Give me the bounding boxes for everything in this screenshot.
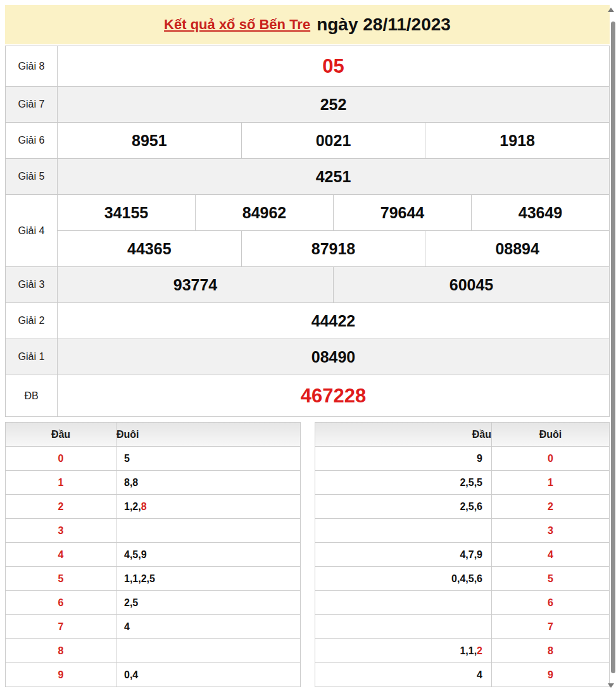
duoi-values [116, 639, 301, 663]
stats-table-dau: Đầu Đuôi 05 18,8 21,2,8 3 44,5,9 51,1,2,… [5, 422, 301, 687]
prize-number: 467228 [58, 375, 609, 416]
stats-row: 62,5 [6, 591, 301, 615]
dau-values [315, 591, 492, 615]
prize-label: Giải 5 [6, 159, 58, 194]
prize-label: Giải 7 [6, 87, 58, 122]
prize-number: 44422 [58, 303, 609, 339]
stats-row: 49 [315, 663, 610, 687]
duoi-values-plain: 4 [124, 621, 130, 632]
scroll-up-arrow-icon[interactable] [608, 8, 614, 12]
stats-row: 1,1,28 [315, 639, 610, 663]
stats-row: 2,5,62 [315, 495, 610, 519]
duoi-values-red: 8 [141, 501, 147, 512]
dau-digit: 4 [6, 543, 116, 567]
duoi-values-plain: 1,1,2,5 [124, 573, 155, 584]
duoi-values: 1,1,2,5 [116, 567, 301, 591]
scrollbar-thumb[interactable] [611, 22, 615, 673]
duoi-values: 2,5 [116, 591, 301, 615]
prize-label: ĐB [6, 375, 58, 416]
dau-digit: 7 [6, 615, 116, 639]
duoi-digit: 4 [492, 543, 610, 567]
duoi-values-plain: 5 [124, 453, 130, 464]
prize-number: 4251 [58, 159, 609, 194]
duoi-digit: 0 [492, 447, 610, 471]
dau-digit: 5 [6, 567, 116, 591]
stats-row: 0,4,5,65 [315, 567, 610, 591]
prize-number: 8951 [58, 123, 241, 158]
stats-row: 7 [315, 615, 610, 639]
duoi-header: Đuôi [116, 423, 301, 447]
stats-row: 18,8 [6, 471, 301, 495]
stats-row: 4,7,94 [315, 543, 610, 567]
duoi-header: Đuôi [492, 423, 610, 447]
prize-number: 1918 [425, 123, 609, 158]
dau-values-plain: 0,4,5,6 [451, 573, 482, 584]
dau-values-plain: 1,1, [460, 645, 477, 656]
dau-header: Đầu [6, 423, 116, 447]
prize-label: Giải 1 [6, 339, 58, 375]
prize-number: 84962 [195, 195, 333, 230]
duoi-values [116, 519, 301, 543]
duoi-values-plain: 2,5 [124, 597, 138, 608]
duoi-values-plain: 1,2, [124, 501, 141, 512]
page-header: Kết quả xổ số Bến Tre ngày 28/11/2023 [5, 5, 610, 46]
duoi-values-plain: 0,4 [124, 669, 138, 680]
stats-row: 44,5,9 [6, 543, 301, 567]
duoi-digit: 3 [492, 519, 610, 543]
stats-row: 2,5,51 [315, 471, 610, 495]
duoi-values-plain: 8,8 [124, 477, 138, 488]
prize-label: Giải 6 [6, 123, 58, 158]
prize-row-giai-7: Giải 7 252 [6, 86, 609, 122]
prize-number: 05 [58, 46, 609, 86]
duoi-digit: 6 [492, 591, 610, 615]
prize-number: 08894 [425, 231, 609, 266]
results-table: Giải 8 05 Giải 7 252 Giải 6 8951 0021 19… [5, 46, 610, 417]
prize-row-giai-8: Giải 8 05 [6, 46, 609, 86]
dau-digit: 0 [6, 447, 116, 471]
title-link[interactable]: Kết quả xổ số Bến Tre [164, 16, 310, 33]
stats-table-duoi: Đầu Đuôi 90 2,5,51 2,5,62 3 4,7,94 0,4,5… [315, 422, 610, 687]
prize-number: 44365 [58, 231, 241, 266]
dau-values: 4 [315, 663, 492, 687]
duoi-values: 8,8 [116, 471, 301, 495]
duoi-values: 5 [116, 447, 301, 471]
duoi-values-plain: 4,5,9 [124, 549, 147, 560]
scrollbar-track[interactable] [610, 0, 616, 696]
stats-row: 74 [6, 615, 301, 639]
prize-row-giai-5: Giải 5 4251 [6, 158, 609, 194]
dau-values-red: 2 [477, 645, 482, 656]
duoi-digit: 1 [492, 471, 610, 495]
dau-header: Đầu [315, 423, 492, 447]
dau-values: 9 [315, 447, 492, 471]
stats-section: Đầu Đuôi 05 18,8 21,2,8 3 44,5,9 51,1,2,… [5, 422, 610, 687]
stats-row: 3 [315, 519, 610, 543]
dau-values [315, 519, 492, 543]
prize-row-giai-4: Giải 4 34155 84962 79644 43649 44365 879… [6, 194, 609, 266]
prize-label: Giải 4 [6, 195, 58, 266]
prize-row-giai-3: Giải 3 93774 60045 [6, 266, 609, 302]
prize-label: Giải 8 [6, 46, 58, 86]
duoi-values: 4,5,9 [116, 543, 301, 567]
duoi-digit: 2 [492, 495, 610, 519]
duoi-values: 1,2,8 [116, 495, 301, 519]
stats-header-row: Đầu Đuôi [6, 423, 301, 447]
dau-values: 1,1,2 [315, 639, 492, 663]
stats-row: 51,1,2,5 [6, 567, 301, 591]
stats-row: 8 [6, 639, 301, 663]
prize-row-giai-2: Giải 2 44422 [6, 302, 609, 339]
dau-digit: 9 [6, 663, 116, 687]
stats-row: 90,4 [6, 663, 301, 687]
prize-row-giai-1: Giải 1 08490 [6, 339, 609, 375]
dau-values-plain: 2,5,5 [460, 477, 482, 488]
duoi-values: 4 [116, 615, 301, 639]
dau-values: 2,5,5 [315, 471, 492, 495]
prize-number: 252 [58, 87, 609, 122]
dau-values-plain: 2,5,6 [460, 501, 482, 512]
stats-row: 21,2,8 [6, 495, 301, 519]
dau-values-plain: 4,7,9 [460, 549, 482, 560]
prize-number: 93774 [58, 267, 333, 302]
prize-number: 08490 [58, 339, 609, 375]
prize-label: Giải 2 [6, 303, 58, 339]
scroll-down-arrow-icon[interactable] [608, 683, 614, 688]
dau-digit: 6 [6, 591, 116, 615]
